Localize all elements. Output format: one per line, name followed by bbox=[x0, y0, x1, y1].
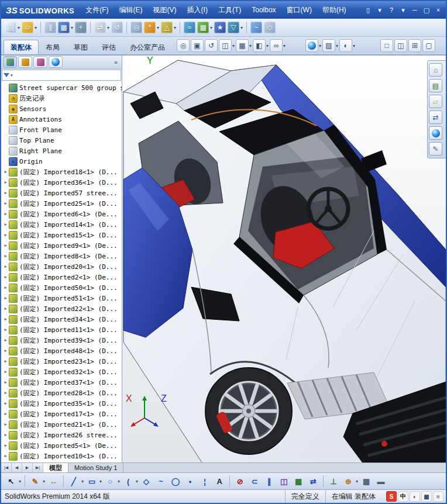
doc-tab-Motion Study 1[interactable]: Motion Study 1 bbox=[68, 463, 123, 472]
quick-snaps-icon-dropdown[interactable]: ▾ bbox=[356, 479, 358, 484]
tree-expander-icon[interactable]: ▶ bbox=[2, 306, 9, 311]
tree-expander-icon[interactable]: ▶ bbox=[2, 191, 9, 195]
viewport[interactable]: X Y Z ⌂▤▱⇄✎ bbox=[122, 56, 446, 462]
tree-item-component[interactable]: ▶(固定) Imported51<1> (D... bbox=[2, 293, 122, 303]
tree-expander-icon[interactable]: ▶ bbox=[2, 412, 9, 416]
text-icon[interactable]: A bbox=[213, 475, 226, 488]
tree-item-component[interactable]: ▶(固定) Imported34<1> (D... bbox=[2, 314, 122, 325]
tree-item-plane[interactable]: Front Plane bbox=[2, 125, 122, 135]
show-hidden-components-icon[interactable]: ◎ bbox=[130, 22, 142, 33]
open-document-icon[interactable]: ▱ bbox=[22, 22, 33, 33]
zoom-to-area-icon[interactable]: ▣ bbox=[191, 39, 204, 52]
viewport-single-icon[interactable]: □ bbox=[380, 39, 393, 52]
view-settings-icon-dropdown[interactable]: ▾ bbox=[353, 43, 355, 49]
tree-item-component[interactable]: ▶(固定) Imported10<1> (D... bbox=[2, 451, 122, 461]
menu-item-4[interactable]: 工具(T) bbox=[213, 1, 246, 19]
first-tab-button[interactable]: |◀ bbox=[1, 463, 12, 472]
tree-item-component[interactable]: ▶(固定) Imported14<1> (D... bbox=[2, 219, 122, 230]
tree-filter-input[interactable] bbox=[14, 72, 119, 78]
tree-expander-icon[interactable]: ▶ bbox=[2, 422, 9, 427]
new-motion-study-icon[interactable]: ≈ bbox=[184, 22, 195, 33]
last-tab-button[interactable]: ▶| bbox=[33, 463, 43, 472]
viewport-four-icon[interactable]: ⊞ bbox=[408, 39, 421, 52]
bill-of-materials-icon-dropdown[interactable]: ▾ bbox=[210, 25, 212, 30]
tree-expander-icon[interactable]: ▶ bbox=[2, 380, 9, 385]
view-palette-icon[interactable]: ⇄ bbox=[429, 111, 442, 124]
ime-halfwidth-icon[interactable]: ◐ bbox=[410, 491, 420, 502]
tree-item-history[interactable]: ◔历史记录 bbox=[2, 93, 122, 103]
convert-entities-icon[interactable]: ⊂ bbox=[248, 475, 261, 488]
sketch-tool-icon[interactable]: ✎ bbox=[29, 475, 42, 488]
tab-评估[interactable]: 评估 bbox=[95, 40, 123, 54]
previous-view-icon[interactable]: ↺ bbox=[205, 39, 218, 52]
tree-expander-icon[interactable]: ▶ bbox=[2, 233, 9, 237]
tree-item-component[interactable]: ▶(固定) Imported6<1> (De... bbox=[2, 209, 122, 219]
trim-entities-icon[interactable]: ⊘ bbox=[233, 475, 246, 488]
tree-expander-icon[interactable]: ▶ bbox=[2, 254, 9, 258]
close-button[interactable]: × bbox=[433, 5, 443, 15]
tree-expander-icon[interactable]: ▶ bbox=[2, 170, 9, 174]
quick-new-dropdown-icon[interactable]: ▾ bbox=[374, 5, 385, 15]
mirror-entities-icon[interactable]: ◫ bbox=[277, 475, 290, 488]
centerline-icon[interactable]: ¦ bbox=[198, 475, 211, 488]
tree-item-component[interactable]: ▶(固定) Imported2<1> (De... bbox=[2, 272, 122, 282]
instant3d-icon[interactable]: ~ bbox=[250, 22, 262, 33]
tree-item-annotations[interactable]: AAnnotations bbox=[2, 114, 122, 125]
linear-sketch-pattern-icon[interactable]: ▦ bbox=[292, 475, 305, 488]
tree-item-component[interactable]: ▶(固定) Imported15<1> (D... bbox=[2, 230, 122, 240]
circle-icon[interactable]: ○ bbox=[104, 475, 116, 488]
display-style-icon[interactable]: ◧ bbox=[253, 39, 266, 52]
next-tab-button[interactable]: ▶ bbox=[22, 463, 33, 472]
menu-item-7[interactable]: 帮助(H) bbox=[317, 1, 352, 19]
display-relations-icon[interactable]: ⊥ bbox=[327, 475, 340, 488]
tree-item-assembly[interactable]: Street supercar 500 group s bbox=[2, 82, 122, 93]
smart-fasteners-icon[interactable]: + bbox=[75, 22, 87, 33]
arc-icon[interactable]: ( bbox=[122, 475, 135, 488]
ime-chinese-mode-icon[interactable]: 中 bbox=[398, 491, 408, 502]
tree-item-origin[interactable]: +Origin bbox=[2, 156, 122, 167]
tree-item-plane[interactable]: Right Plane bbox=[2, 146, 122, 156]
tree-expander-icon[interactable]: ▶ bbox=[2, 348, 9, 353]
tree-expander-icon[interactable]: ▶ bbox=[2, 264, 9, 269]
tree-item-component[interactable]: ▶(固定) Imported36<1> (D... bbox=[2, 177, 122, 188]
exploded-view-icon[interactable]: ★ bbox=[214, 22, 226, 33]
propertymanager-tab[interactable] bbox=[18, 56, 32, 68]
tree-item-component[interactable]: ▶(固定) Imported57 stree... bbox=[2, 188, 122, 198]
tree-expander-icon[interactable]: ▶ bbox=[2, 317, 9, 322]
reference-geometry-icon[interactable]: △ bbox=[161, 22, 173, 33]
edit-appearance-icon[interactable] bbox=[305, 39, 318, 52]
zoom-to-fit-icon[interactable]: ◎ bbox=[177, 39, 190, 52]
tree-expander-icon[interactable]: ▶ bbox=[2, 285, 9, 290]
fullscreen-icon[interactable]: ▢ bbox=[422, 39, 435, 52]
assembly-features-icon[interactable]: * bbox=[144, 22, 156, 33]
custom-properties-icon[interactable]: ✎ bbox=[429, 142, 442, 156]
move-entities-icon[interactable]: ⇄ bbox=[307, 475, 319, 488]
view-orientation-icon[interactable]: ▦ bbox=[236, 39, 249, 52]
panel-flyout-chevron[interactable]: » bbox=[112, 58, 120, 65]
tree-item-component[interactable]: ▶(固定) Imported17<1> (D... bbox=[2, 409, 122, 419]
ime-menu-icon[interactable]: ≡ bbox=[433, 491, 443, 502]
tree-expander-icon[interactable]: ▶ bbox=[2, 201, 9, 206]
sogou-input-icon[interactable]: S bbox=[386, 491, 397, 502]
tab-办公室产品[interactable]: 办公室产品 bbox=[123, 40, 172, 54]
minimize-button[interactable]: ─ bbox=[410, 5, 420, 15]
view-settings-icon[interactable]: ◐ bbox=[339, 39, 352, 52]
tree-item-component[interactable]: ▶(固定) Imported37<1> (D... bbox=[2, 377, 122, 388]
interference-detection-icon[interactable]: ▽ bbox=[228, 22, 239, 33]
line-icon[interactable]: ╱ bbox=[67, 475, 80, 488]
menu-item-5[interactable]: Toolbox bbox=[246, 1, 281, 19]
rectangle-icon-dropdown[interactable]: ▾ bbox=[99, 479, 102, 484]
tree-expander-icon[interactable]: ▶ bbox=[2, 391, 9, 395]
help-dropdown-icon[interactable]: ▾ bbox=[398, 5, 408, 15]
apply-scene-icon-dropdown[interactable]: ▾ bbox=[336, 43, 338, 49]
select-tool-icon[interactable]: ↖ bbox=[5, 475, 18, 488]
tree-item-component[interactable]: ▶(固定) Imported8<1> (De... bbox=[2, 251, 122, 261]
ime-keyboard-icon[interactable]: ▦ bbox=[421, 491, 432, 502]
tree-item-component[interactable]: ▶(固定) Imported20<1> (D... bbox=[2, 261, 122, 272]
menu-item-2[interactable]: 视图(V) bbox=[148, 1, 182, 19]
file-explorer-icon[interactable]: ▱ bbox=[429, 95, 442, 108]
line-icon-dropdown[interactable]: ▾ bbox=[81, 479, 84, 484]
quick-new-document-icon[interactable]: ▯ bbox=[363, 5, 373, 15]
tree-item-component[interactable]: ▶(固定) Imported50<1> (D... bbox=[2, 282, 122, 293]
doc-tab-模型[interactable]: 模型 bbox=[43, 463, 68, 472]
